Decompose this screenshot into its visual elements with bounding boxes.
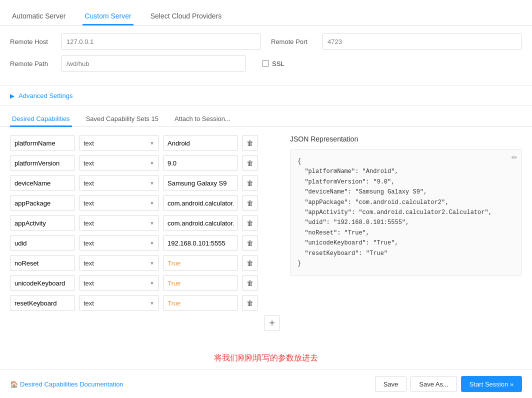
chevron-down-icon: ▼ xyxy=(150,240,154,246)
delete-capability-button[interactable]: 🗑 xyxy=(242,255,258,271)
remote-host-label: Remote Host xyxy=(10,38,55,46)
tab-saved-capability-sets[interactable]: Saved Capability Sets 15 xyxy=(84,112,160,127)
capabilities-doc-link[interactable]: 🏠 Desired Capabilities Documentation xyxy=(10,380,124,388)
tab-custom-server[interactable]: Custom Server xyxy=(82,8,133,26)
cap-name-input[interactable] xyxy=(10,155,75,171)
cap-value-input[interactable] xyxy=(163,155,238,171)
cap-type-label: text xyxy=(84,200,94,207)
chevron-down-icon: ▼ xyxy=(150,180,154,186)
main-content: text ▼ 🗑 text ▼ 🗑 text ▼ xyxy=(0,127,532,347)
cap-type-label: text xyxy=(84,280,94,287)
cap-type-select[interactable]: text ▼ xyxy=(79,235,159,251)
table-row: text ▼ 🗑 xyxy=(10,155,280,171)
cap-type-label: text xyxy=(84,220,94,227)
json-edit-button[interactable]: ✏ xyxy=(512,154,518,162)
ssl-checkbox[interactable] xyxy=(262,60,269,67)
table-row: text ▼ 🗑 xyxy=(10,255,280,271)
cap-value-input[interactable] xyxy=(163,235,238,251)
cap-type-select[interactable]: text ▼ xyxy=(79,195,159,211)
remote-path-input[interactable] xyxy=(61,56,246,72)
capabilities-table: text ▼ 🗑 text ▼ 🗑 text ▼ xyxy=(10,135,280,339)
server-config-section: Remote Host Remote Port Remote Path SSL xyxy=(0,26,532,86)
cap-type-select[interactable]: text ▼ xyxy=(79,255,159,271)
remote-path-label: Remote Path xyxy=(10,60,55,68)
cap-name-input[interactable] xyxy=(10,215,75,231)
home-icon: 🏠 xyxy=(10,380,18,388)
server-type-tabs: Automatic Server Custom Server Select Cl… xyxy=(0,0,532,26)
add-capability-button[interactable]: + xyxy=(264,315,280,331)
footer: 🏠 Desired Capabilities Documentation Sav… xyxy=(0,370,532,398)
chevron-down-icon: ▼ xyxy=(150,280,154,286)
cap-type-label: text xyxy=(84,180,94,187)
tab-attach-to-session[interactable]: Attach to Session... xyxy=(172,112,232,127)
remote-port-input[interactable] xyxy=(322,34,522,50)
json-box: ✏ { "platformName": "Android", "platform… xyxy=(290,149,522,276)
table-row: text ▼ 🗑 xyxy=(10,135,280,151)
cap-type-label: text xyxy=(84,300,94,307)
table-row: text ▼ 🗑 xyxy=(10,215,280,231)
table-row: text ▼ 🗑 xyxy=(10,175,280,191)
cap-value-input[interactable] xyxy=(163,195,238,211)
tab-desired-capabilities[interactable]: Desired Capabilities xyxy=(10,112,72,127)
cap-name-input[interactable] xyxy=(10,295,75,311)
save-button[interactable]: Save xyxy=(375,376,407,392)
cap-value-input[interactable] xyxy=(163,275,238,291)
table-row: text ▼ 🗑 xyxy=(10,275,280,291)
cap-type-select[interactable]: text ▼ xyxy=(79,135,159,151)
chevron-down-icon: ▼ xyxy=(150,160,154,166)
tab-automatic-server[interactable]: Automatic Server xyxy=(10,8,68,26)
cap-type-select[interactable]: text ▼ xyxy=(79,275,159,291)
cap-name-input[interactable] xyxy=(10,275,75,291)
cap-type-label: text xyxy=(84,260,94,267)
cap-value-input[interactable] xyxy=(163,175,238,191)
delete-capability-button[interactable]: 🗑 xyxy=(242,235,258,251)
capabilities-tabs: Desired Capabilities Saved Capability Se… xyxy=(0,106,532,127)
chevron-down-icon: ▼ xyxy=(150,220,154,226)
delete-capability-button[interactable]: 🗑 xyxy=(242,155,258,171)
chevron-down-icon: ▼ xyxy=(150,200,154,206)
cap-name-input[interactable] xyxy=(10,195,75,211)
advanced-arrow-icon: ▶ xyxy=(10,92,14,100)
cap-type-select[interactable]: text ▼ xyxy=(79,175,159,191)
tab-cloud-providers[interactable]: Select Cloud Providers xyxy=(148,8,224,26)
table-row: text ▼ 🗑 xyxy=(10,195,280,211)
json-title: JSON Representation xyxy=(290,135,522,143)
start-session-button[interactable]: Start Session » xyxy=(461,376,522,392)
cap-name-input[interactable] xyxy=(10,135,75,151)
cap-name-input[interactable] xyxy=(10,255,75,271)
cap-type-select[interactable]: text ▼ xyxy=(79,155,159,171)
cap-type-select[interactable]: text ▼ xyxy=(79,295,159,311)
remote-port-label: Remote Port xyxy=(271,38,316,46)
delete-capability-button[interactable]: 🗑 xyxy=(242,295,258,311)
cap-type-label: text xyxy=(84,140,94,147)
remote-host-input[interactable] xyxy=(61,34,261,50)
cap-name-input[interactable] xyxy=(10,175,75,191)
delete-capability-button[interactable]: 🗑 xyxy=(242,195,258,211)
table-row: text ▼ 🗑 xyxy=(10,295,280,311)
cap-value-input[interactable] xyxy=(163,295,238,311)
cap-type-select[interactable]: text ▼ xyxy=(79,215,159,231)
table-row: text ▼ 🗑 xyxy=(10,235,280,251)
json-content: { "platformName": "Android", "platformVe… xyxy=(298,156,514,268)
delete-capability-button[interactable]: 🗑 xyxy=(242,175,258,191)
cap-name-input[interactable] xyxy=(10,235,75,251)
advanced-settings-label: Advanced Settings xyxy=(18,92,72,100)
ssl-label: SSL xyxy=(272,60,284,68)
cap-type-label: text xyxy=(84,160,94,167)
cap-value-input[interactable] xyxy=(163,215,238,231)
cap-value-input[interactable] xyxy=(163,255,238,271)
advanced-settings-toggle[interactable]: ▶ Advanced Settings xyxy=(0,86,532,106)
annotation-text: 将我们刚刚填写的参数放进去 xyxy=(0,347,532,370)
cap-value-input[interactable] xyxy=(163,135,238,151)
cap-type-label: text xyxy=(84,240,94,247)
delete-capability-button[interactable]: 🗑 xyxy=(242,275,258,291)
footer-buttons: Save Save As... Start Session » xyxy=(375,376,522,392)
chevron-down-icon: ▼ xyxy=(150,260,154,266)
delete-capability-button[interactable]: 🗑 xyxy=(242,215,258,231)
delete-capability-button[interactable]: 🗑 xyxy=(242,135,258,151)
capabilities-doc-label: Desired Capabilities Documentation xyxy=(20,380,124,388)
chevron-down-icon: ▼ xyxy=(150,140,154,146)
json-panel: JSON Representation ✏ { "platformName": … xyxy=(290,135,522,339)
chevron-down-icon: ▼ xyxy=(150,300,154,306)
save-as-button[interactable]: Save As... xyxy=(410,376,457,392)
